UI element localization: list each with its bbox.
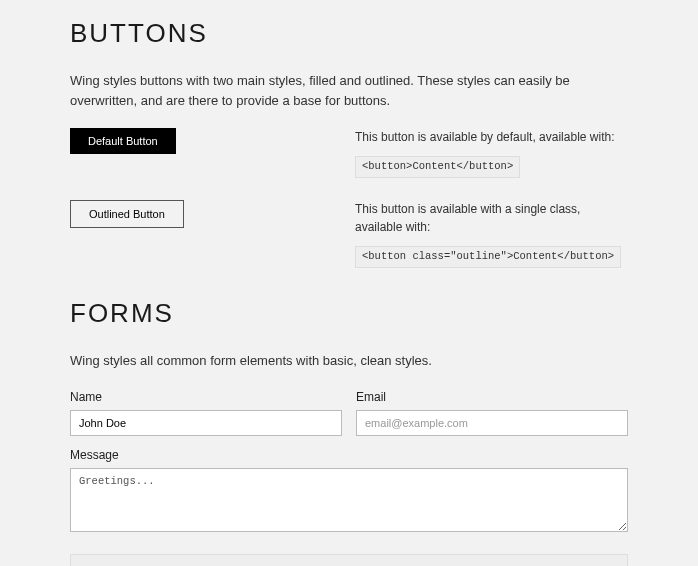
forms-code-block: <input type="text" placeholder="What is … (70, 554, 628, 567)
forms-section: FORMS Wing styles all common form elemen… (70, 294, 628, 567)
outlined-button[interactable]: Outlined Button (70, 200, 184, 228)
outlined-button-desc: This button is available with a single c… (355, 200, 628, 236)
buttons-description: Wing styles buttons with two main styles… (70, 71, 628, 110)
outlined-button-desc-col: This button is available with a single c… (355, 200, 628, 268)
forms-description: Wing styles all common form elements wit… (70, 351, 628, 371)
form-row-name-email: Name Email (70, 388, 628, 436)
outlined-button-col: Outlined Button (70, 200, 355, 228)
message-label: Message (70, 446, 628, 464)
message-textarea[interactable] (70, 468, 628, 532)
email-input[interactable] (356, 410, 628, 436)
name-label: Name (70, 388, 342, 406)
default-button-code: <button>Content</button> (355, 156, 520, 178)
forms-heading: FORMS (70, 294, 628, 333)
email-field-wrap: Email (356, 388, 628, 436)
buttons-heading: BUTTONS (70, 14, 628, 53)
default-button-desc-col: This button is available by default, ava… (355, 128, 628, 178)
outlined-button-code: <button class="outline">Content</button> (355, 246, 621, 268)
name-field-wrap: Name (70, 388, 342, 436)
default-button-row: Default Button This button is available … (70, 128, 628, 178)
message-field-wrap: Message (70, 446, 628, 538)
name-input[interactable] (70, 410, 342, 436)
outlined-button-row: Outlined Button This button is available… (70, 200, 628, 268)
default-button-desc: This button is available by default, ava… (355, 128, 628, 146)
email-label: Email (356, 388, 628, 406)
default-button-col: Default Button (70, 128, 355, 154)
default-button[interactable]: Default Button (70, 128, 176, 154)
